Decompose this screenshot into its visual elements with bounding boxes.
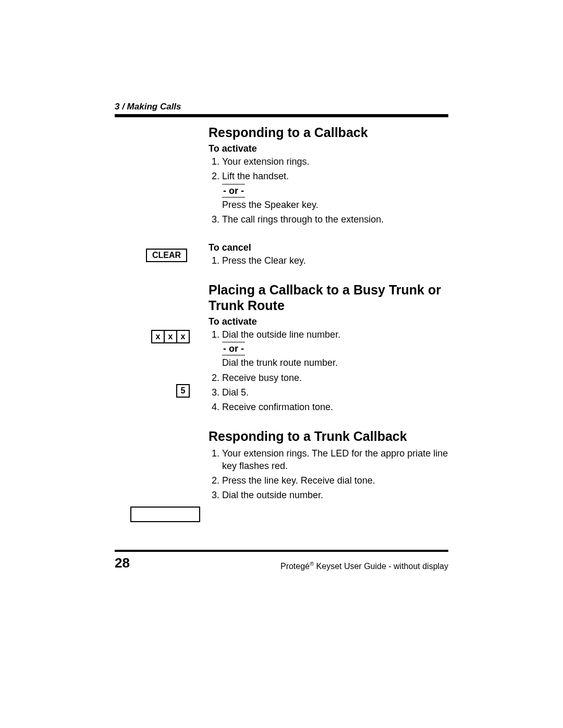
step-text: Dial the outside line number. xyxy=(222,329,340,340)
step: Receive busy tone. xyxy=(222,372,448,384)
key-xxx: x x x xyxy=(151,330,190,343)
footer-guide-title: Protegé® Keyset User Guide - without dis… xyxy=(280,561,448,571)
or-separator: - or - xyxy=(222,184,245,198)
step: Lift the handset. - or - Press the Speak… xyxy=(222,170,448,211)
steps-3: Your extension rings. The LED for the ap… xyxy=(209,447,448,502)
steps-activate-1: Your extension rings. Lift the handset. … xyxy=(209,155,448,226)
or-separator: - or - xyxy=(222,342,245,355)
step: Receive confirmation tone. xyxy=(222,401,448,413)
subhead-activate-1: To activate xyxy=(209,143,448,154)
step: Dial the outside number. xyxy=(222,489,448,501)
step-text: Dial the trunk route number. xyxy=(222,357,338,368)
step-text: Press the Speaker key. xyxy=(222,200,319,210)
step: Your extension rings. The LED for the ap… xyxy=(222,447,448,473)
footer-rule xyxy=(115,550,448,552)
step: Dial 5. xyxy=(222,386,448,399)
step: Press the Clear key. xyxy=(222,254,448,267)
page-content: 3 / Making Calls Responding to a Callbac… xyxy=(115,102,448,507)
digit: x xyxy=(177,331,189,342)
section-title-3: Responding to a Trunk Callback xyxy=(209,428,448,444)
digit: x xyxy=(165,331,177,342)
section-title-1: Responding to a Callback xyxy=(209,125,448,140)
subhead-cancel: To cancel xyxy=(209,242,448,253)
steps-activate-2: Dial the outside line number. - or - Dia… xyxy=(209,328,448,414)
steps-cancel: Press the Clear key. xyxy=(209,254,448,267)
header-rule xyxy=(115,114,448,117)
key-clear: CLEAR xyxy=(146,249,187,262)
key-five: 5 xyxy=(176,384,190,398)
page-footer: 28 Protegé® Keyset User Guide - without … xyxy=(115,555,448,571)
step: Your extension rings. xyxy=(222,155,448,168)
registered-icon: ® xyxy=(310,561,314,567)
section-title-2: Placing a Callback to a Busy Trunk or Tr… xyxy=(209,282,448,313)
key-blank xyxy=(130,507,200,522)
step-text: Lift the handset. xyxy=(222,171,289,181)
step: Press the line key. Receive dial tone. xyxy=(222,474,448,487)
page-number: 28 xyxy=(115,555,130,571)
chapter-header: 3 / Making Calls xyxy=(115,102,448,112)
step: The call rings through to the extension. xyxy=(222,213,448,226)
step: Dial the outside line number. - or - Dia… xyxy=(222,328,448,369)
digit: x xyxy=(152,331,165,342)
subhead-activate-2: To activate xyxy=(209,316,448,327)
